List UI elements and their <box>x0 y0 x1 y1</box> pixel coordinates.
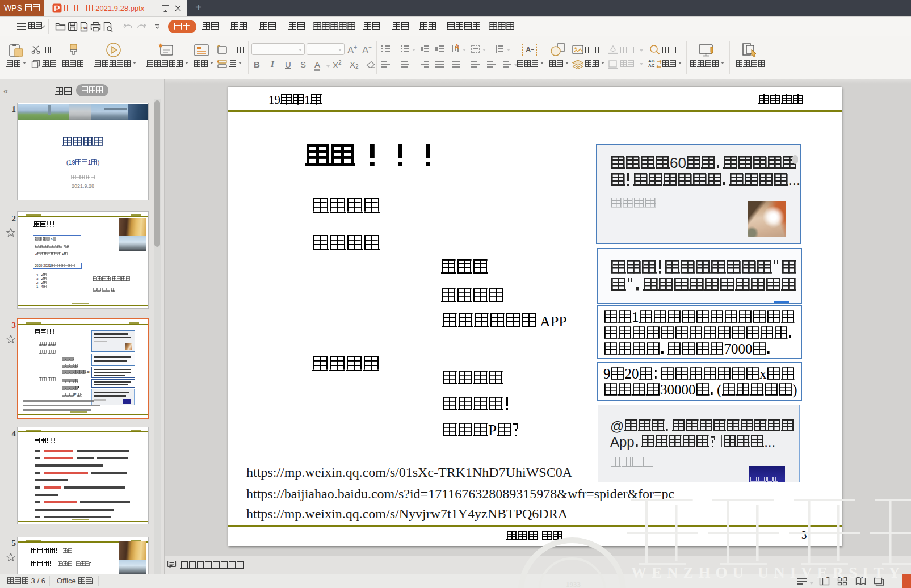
svg-text:PDF: PDF <box>81 26 89 30</box>
